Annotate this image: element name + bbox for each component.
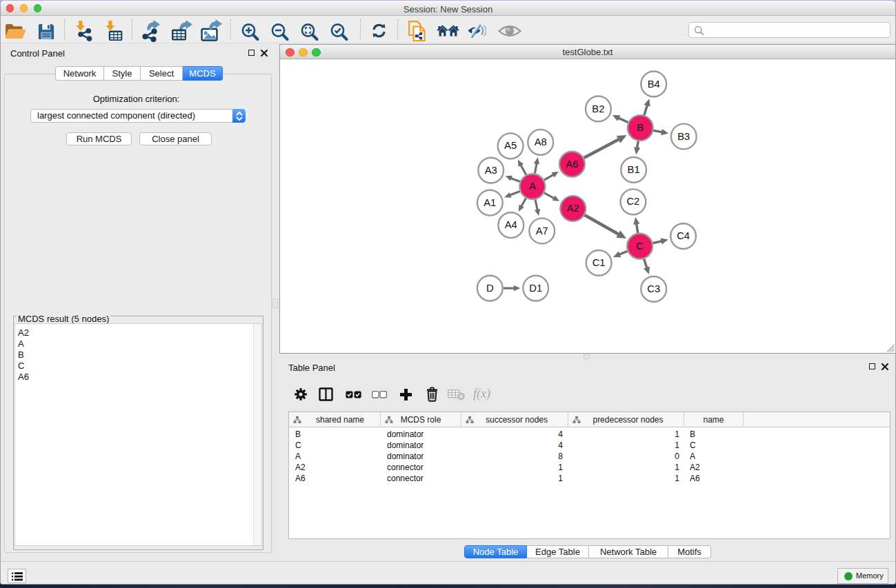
svg-text:C2: C2 (626, 196, 639, 207)
svg-text:A1: A1 (484, 197, 496, 208)
svg-text:A7: A7 (536, 225, 548, 236)
svg-text:B1: B1 (628, 164, 640, 175)
svg-text:C: C (636, 241, 644, 252)
svg-text:A2: A2 (567, 203, 579, 214)
svg-text:C3: C3 (647, 283, 660, 294)
svg-text:B4: B4 (648, 79, 660, 90)
svg-text:A4: A4 (505, 219, 517, 230)
svg-text:A5: A5 (504, 140, 517, 151)
svg-text:A6: A6 (566, 159, 578, 170)
svg-text:C4: C4 (677, 230, 690, 241)
svg-text:A: A (529, 181, 536, 192)
svg-text:D: D (486, 283, 494, 294)
svg-text:C1: C1 (593, 257, 606, 268)
svg-text:D1: D1 (529, 283, 542, 294)
svg-text:B2: B2 (592, 103, 604, 114)
svg-text:B: B (637, 122, 644, 133)
svg-text:A3: A3 (485, 165, 497, 176)
svg-text:B3: B3 (677, 131, 690, 142)
svg-text:A8: A8 (535, 136, 547, 148)
